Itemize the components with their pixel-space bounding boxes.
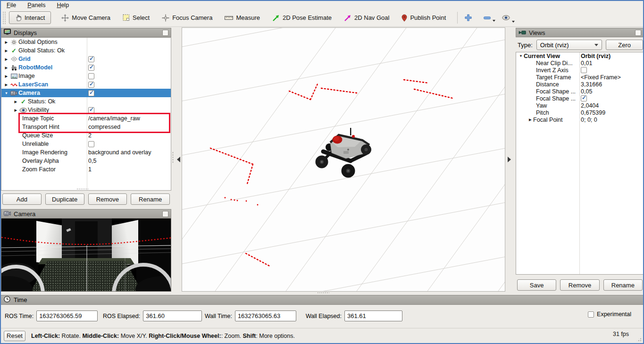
- duplicate-button[interactable]: Duplicate: [45, 193, 84, 205]
- tool-minus-blue[interactable]: [483, 16, 492, 20]
- wall-time-input[interactable]: [235, 310, 296, 321]
- menu-panels[interactable]: Panels: [27, 2, 45, 8]
- views-float-button[interactable]: [635, 30, 641, 36]
- checkbox[interactable]: ✓: [88, 90, 94, 96]
- expander-right-icon[interactable]: ▶: [527, 117, 533, 122]
- tool-interact[interactable]: Interact: [9, 11, 51, 24]
- checkbox[interactable]: ✓: [88, 65, 94, 71]
- displays-tree-row[interactable]: ▶Visibility✓: [1, 106, 171, 114]
- remove-button[interactable]: Remove: [88, 193, 127, 205]
- row-value[interactable]: [581, 67, 587, 74]
- row-value[interactable]: 2: [88, 131, 92, 140]
- row-value[interactable]: 3,31666: [581, 81, 602, 88]
- resize-grip[interactable]: [636, 336, 642, 342]
- displays-tree-row[interactable]: ▶RobotModel✓: [1, 63, 171, 72]
- displays-tree-row[interactable]: ▶Image: [1, 72, 171, 80]
- camera-float-button[interactable]: [162, 211, 168, 217]
- time-panel-titlebar[interactable]: Time: [1, 295, 643, 305]
- tool-2d-nav-goal[interactable]: 2D Nav Goal: [342, 12, 391, 24]
- views-tree-row[interactable]: ▶Focal Point0; 0; 0: [516, 116, 644, 123]
- row-value[interactable]: Orbit (rviz): [581, 52, 611, 59]
- displays-panel-titlebar[interactable]: Displays: [1, 28, 171, 37]
- views-panel-titlebar[interactable]: Views: [516, 28, 644, 37]
- tool-move-camera[interactable]: Move Camera: [59, 12, 112, 24]
- row-value[interactable]: [88, 140, 94, 148]
- views-tree-row[interactable]: Distance3,31666: [516, 81, 644, 88]
- displays-tree-row[interactable]: Unreliable: [1, 140, 171, 148]
- displays-tree-row[interactable]: ▶Global Options: [1, 38, 171, 46]
- row-value[interactable]: ✓: [88, 80, 94, 89]
- displays-tree-row[interactable]: Image Topic/camera/image_raw: [1, 114, 171, 123]
- row-value[interactable]: ✓: [88, 63, 94, 72]
- row-value[interactable]: 0,01: [581, 59, 592, 67]
- dropdown-arrow-icon[interactable]: [512, 21, 515, 23]
- row-value[interactable]: 0,675399: [581, 109, 605, 116]
- rename-button[interactable]: Rename: [131, 193, 170, 205]
- views-tree-row[interactable]: Focal Shape ...0,05: [516, 88, 644, 95]
- checkbox[interactable]: ✓: [88, 82, 94, 88]
- displays-tree-row[interactable]: ▶✓Global Status: Ok: [1, 46, 171, 55]
- displays-float-button[interactable]: [162, 30, 168, 36]
- zero-button[interactable]: Zero: [606, 40, 643, 50]
- tool-select[interactable]: Select: [121, 12, 151, 24]
- 3d-viewport[interactable]: [182, 27, 505, 292]
- views-tree-row[interactable]: Near Clip Di...0,01: [516, 59, 644, 67]
- expander-down-icon[interactable]: ▼: [3, 91, 9, 95]
- row-value[interactable]: 1: [88, 165, 92, 174]
- displays-tree-row[interactable]: ▼Camera✓: [1, 89, 171, 97]
- checkbox[interactable]: [581, 67, 587, 73]
- wall-elapsed-input[interactable]: [344, 310, 402, 321]
- displays-tree-row[interactable]: ▶LaserScan✓: [1, 80, 171, 89]
- row-value[interactable]: ✓: [581, 95, 587, 102]
- expander-right-icon[interactable]: ▶: [3, 49, 9, 53]
- ros-elapsed-input[interactable]: [143, 310, 202, 321]
- views-tree-row[interactable]: Target Frame<Fixed Frame>: [516, 74, 644, 81]
- reset-button[interactable]: Reset: [4, 331, 25, 341]
- row-value[interactable]: ✓: [88, 55, 94, 63]
- row-value[interactable]: /camera/image_raw: [88, 114, 140, 123]
- toolbar-drag-grip[interactable]: [2, 11, 6, 25]
- row-value[interactable]: 0,05: [581, 88, 592, 95]
- checkbox[interactable]: [88, 73, 94, 79]
- splitter-dots-bottom[interactable]: [317, 292, 329, 294]
- views-tree-row[interactable]: Focal Shape ...✓: [516, 95, 644, 102]
- experimental-option[interactable]: Experimental: [588, 311, 631, 318]
- displays-tree-row[interactable]: Overlay Alpha0,5: [1, 157, 171, 165]
- menu-help[interactable]: Help: [57, 2, 69, 8]
- dropdown-arrow-icon[interactable]: [493, 20, 495, 22]
- tool-eye[interactable]: [501, 14, 511, 21]
- row-value[interactable]: ✓: [88, 106, 94, 114]
- displays-tree-row[interactable]: Image Renderingbackground and overlay: [1, 148, 171, 157]
- row-value[interactable]: 2,0404: [581, 102, 599, 109]
- expander-right-icon[interactable]: ▶: [3, 57, 9, 61]
- row-value[interactable]: 0; 0; 0: [581, 116, 597, 123]
- views-rename-button[interactable]: Rename: [603, 279, 643, 291]
- row-value[interactable]: background and overlay: [88, 148, 151, 157]
- tool-focus-camera[interactable]: Focus Camera: [160, 12, 214, 24]
- row-value[interactable]: 0,5: [88, 157, 96, 165]
- views-tree-row[interactable]: Pitch0,675399: [516, 109, 644, 116]
- expander-right-icon[interactable]: ▶: [3, 66, 9, 70]
- views-save-button[interactable]: Save: [517, 279, 556, 291]
- collapse-right-arrow[interactable]: [508, 157, 511, 162]
- ros-time-input[interactable]: [36, 310, 98, 321]
- row-value[interactable]: <Fixed Frame>: [581, 74, 621, 81]
- view-type-dropdown[interactable]: Orbit (rviz): [536, 40, 602, 50]
- menu-file[interactable]: File: [7, 2, 16, 8]
- expander-right-icon[interactable]: ▶: [13, 108, 19, 112]
- checkbox[interactable]: ✓: [88, 107, 94, 113]
- row-value[interactable]: compressed: [88, 123, 120, 131]
- expander-right-icon[interactable]: ▶: [3, 83, 9, 87]
- splitter-dots[interactable]: [76, 188, 89, 190]
- experimental-checkbox[interactable]: [588, 311, 594, 318]
- checkbox[interactable]: ✓: [88, 56, 94, 62]
- splitter-dots-vertical[interactable]: [172, 151, 174, 164]
- checkbox[interactable]: [88, 141, 94, 147]
- tool-measure[interactable]: Measure: [223, 12, 262, 24]
- tool-plus-blue[interactable]: [463, 13, 473, 23]
- views-tree-row[interactable]: Invert Z Axis: [516, 67, 644, 74]
- tool-publish-point[interactable]: Publish Point: [400, 12, 448, 24]
- tool-2d-pose-estimate[interactable]: 2D Pose Estimate: [270, 12, 334, 24]
- displays-tree-row[interactable]: ▶✓Status: Ok: [1, 97, 171, 106]
- displays-tree-row[interactable]: ▶Grid✓: [1, 55, 171, 63]
